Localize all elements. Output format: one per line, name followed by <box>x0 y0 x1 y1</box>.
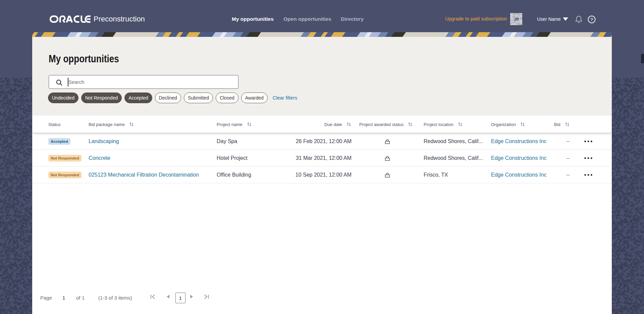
svg-text:JP: JP <box>514 17 519 22</box>
svg-text:?: ? <box>590 17 593 22</box>
